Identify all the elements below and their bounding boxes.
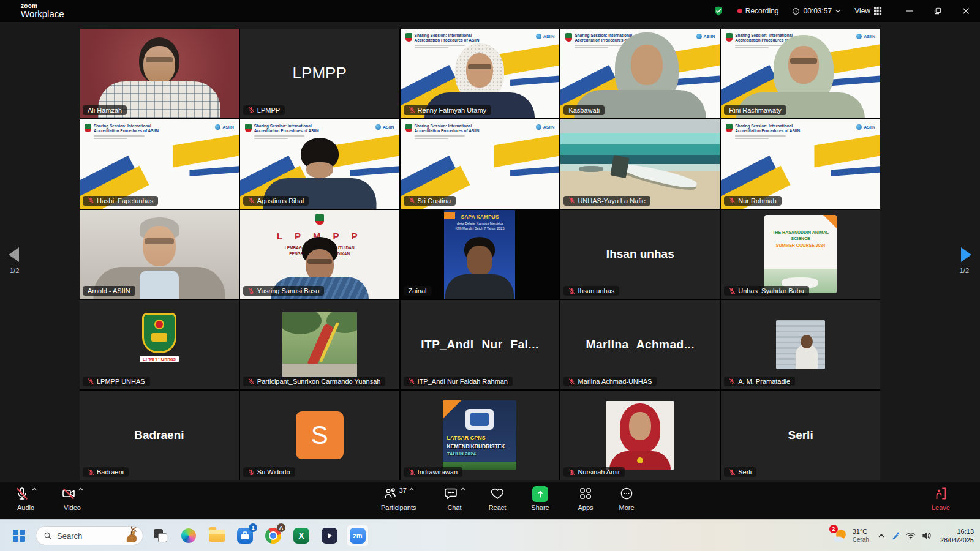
- react-button[interactable]: React: [481, 486, 513, 511]
- participant-tile[interactable]: UNHAS-Yayu La Nafie: [560, 119, 720, 209]
- asiin-logo: ASIIN: [375, 124, 394, 130]
- zoom-app-icon: zm: [350, 528, 366, 544]
- weather-alert-badge: 2: [829, 525, 838, 533]
- poster-line2: KEMENDIKBUDRISTEK: [444, 443, 515, 449]
- next-page-arrow[interactable]: [961, 247, 971, 262]
- participant-tile[interactable]: Serli Serli: [721, 391, 880, 480]
- participants-count: 37: [399, 487, 407, 494]
- participant-video: [606, 401, 674, 470]
- participant-tile[interactable]: Sharing Session: InternationalAccreditat…: [401, 119, 560, 209]
- file-explorer-button[interactable]: [206, 525, 228, 547]
- pen-input-icon[interactable]: [891, 531, 900, 540]
- share-button[interactable]: Share: [524, 486, 556, 511]
- task-view-button[interactable]: [149, 525, 172, 547]
- leave-label: Leave: [932, 504, 950, 511]
- participant-tile[interactable]: LPMPP Renny Fatmyah Utamy LPMPP: [240, 29, 399, 118]
- muted-mic-icon: [568, 469, 575, 476]
- muted-mic-icon: [729, 378, 736, 385]
- participants-chevron-icon[interactable]: [409, 486, 415, 492]
- participant-nameplate: Rini Rachmawaty: [724, 105, 786, 115]
- chrome-button[interactable]: A: [262, 525, 284, 547]
- chat-button[interactable]: Chat: [439, 486, 470, 511]
- participant-tile[interactable]: Arnold - ASIIN: [80, 210, 239, 299]
- start-button[interactable]: [9, 525, 29, 546]
- unhas-logo: LPMPP Unhas: [132, 313, 187, 377]
- participant-tile[interactable]: ITP_Andi Nur Fai... ITP_Andi Nur Faidah …: [401, 300, 560, 389]
- participant-avatar: S: [296, 411, 344, 459]
- video-options-chevron-icon[interactable]: [78, 486, 84, 492]
- excel-button[interactable]: X: [290, 525, 312, 547]
- file-explorer-icon: [209, 530, 225, 542]
- participant-name: ITP_Andi Nur Faidah Rahman: [418, 378, 508, 385]
- participant-tile[interactable]: Ali Hamzah: [80, 29, 239, 118]
- participant-tile[interactable]: Sharing Session: InternationalAccreditat…: [401, 29, 560, 118]
- participant-tile[interactable]: SAPA KAMPUS deka Belajar Kampus Merdeka …: [401, 210, 560, 299]
- close-button[interactable]: [952, 0, 980, 22]
- weather-widget[interactable]: 2 31°C Cerah: [832, 527, 869, 544]
- apps-button[interactable]: Apps: [570, 486, 601, 511]
- more-button[interactable]: More: [611, 486, 643, 511]
- leave-button[interactable]: Leave: [925, 486, 957, 511]
- copilot-button[interactable]: [178, 525, 200, 547]
- search-input[interactable]: Search: [36, 526, 143, 545]
- chevron-down-icon: [835, 8, 841, 14]
- audio-button[interactable]: Audio: [10, 486, 42, 511]
- store-app-button[interactable]: 1: [234, 525, 256, 547]
- participant-tile[interactable]: Sharing Session: InternationalAccreditat…: [240, 119, 399, 209]
- participant-nameplate: Ali Hamzah: [83, 105, 127, 115]
- participant-tile[interactable]: Sharing Session: InternationalAccreditat…: [721, 119, 880, 209]
- muted-mic-icon: [88, 197, 94, 204]
- participant-tile[interactable]: L P M P P LEMBAGA PENJAMINAN MUTU DAN PE…: [240, 210, 399, 299]
- muted-mic-icon: [409, 469, 415, 476]
- maximize-button[interactable]: [924, 0, 952, 22]
- participant-video: [560, 119, 720, 209]
- volume-icon[interactable]: [922, 531, 932, 540]
- muted-mic-icon: [568, 288, 575, 294]
- taskbar-clock[interactable]: 16:13 28/04/2025: [940, 527, 974, 545]
- zoom-app-button[interactable]: zm: [347, 525, 369, 547]
- participants-label: Participants: [381, 504, 416, 511]
- participant-name: Ali Hamzah: [88, 107, 122, 114]
- participant-video: SAPA KAMPUS deka Belajar Kampus Merdeka …: [444, 210, 515, 299]
- participant-tile[interactable]: LPMPP Unhas LPMPP UNHAS: [80, 300, 239, 389]
- participant-nameplate: Arnold - ASIIN: [83, 286, 135, 296]
- participant-tile[interactable]: Badraeni Badraeni: [80, 391, 239, 480]
- participant-video: THE HASANUDDIN ANIMAL SCIENCE SUMMER COU…: [764, 215, 837, 293]
- view-button[interactable]: View: [854, 7, 882, 15]
- minimize-button[interactable]: [895, 0, 924, 22]
- participant-tile[interactable]: Ihsan unhas Ihsan unhas: [560, 210, 720, 299]
- participant-tile[interactable]: Sharing Session: InternationalAccreditat…: [80, 119, 239, 209]
- participant-tile[interactable]: Sharing Session: InternationalAccreditat…: [560, 29, 720, 118]
- participant-tile[interactable]: LATSAR CPNS KEMENDIKBUDRISTEK TAHUN 2024…: [401, 391, 560, 480]
- participant-tile[interactable]: A. M. Pramatadie: [721, 300, 880, 389]
- media-app-button[interactable]: [318, 525, 341, 547]
- wifi-icon[interactable]: [906, 531, 916, 540]
- participant-name: Nursinah Amir: [578, 468, 620, 476]
- participant-tile[interactable]: THE HASANUDDIN ANIMAL SCIENCE SUMMER COU…: [721, 210, 880, 299]
- participant-name: Badraeni: [97, 468, 124, 476]
- previous-page-arrow[interactable]: [9, 247, 19, 262]
- participant-tile[interactable]: S Sri Widodo: [240, 391, 399, 480]
- video-button[interactable]: Video: [56, 486, 88, 511]
- participant-tile[interactable]: Marlina Achmad... Marlina Achmad-UNHAS: [560, 300, 720, 389]
- participant-tile[interactable]: Nursinah Amir: [560, 391, 720, 480]
- chat-label: Chat: [447, 504, 461, 511]
- participant-name: Renny Fatmyah Utamy: [418, 107, 486, 114]
- audio-options-chevron-icon[interactable]: [31, 486, 37, 492]
- muted-mic-icon: [248, 107, 255, 113]
- hidden-icons-chevron-icon[interactable]: [878, 532, 885, 539]
- clock-time: 16:13: [940, 527, 974, 536]
- meeting-timer[interactable]: 00:03:57: [792, 7, 841, 15]
- muted-mic-icon: [409, 107, 415, 113]
- participant-video: Sharing Session: InternationalAccreditat…: [721, 29, 880, 118]
- page-indicator-left: 1/2: [10, 267, 19, 274]
- participant-nameplate: A. M. Pramatadie: [724, 377, 795, 386]
- security-shield-icon[interactable]: [713, 6, 724, 17]
- poster-line1: LATSAR CPNS: [444, 435, 515, 441]
- participants-button[interactable]: 37 Participants: [381, 486, 416, 511]
- participant-nameplate: Badraeni: [83, 467, 129, 477]
- recording-indicator[interactable]: Recording: [737, 7, 779, 15]
- participant-tile[interactable]: Sharing Session: InternationalAccreditat…: [721, 29, 880, 118]
- chat-chevron-icon[interactable]: [460, 486, 466, 492]
- participant-tile[interactable]: Participant_Sunrixon Carmando Yuansah: [240, 300, 399, 389]
